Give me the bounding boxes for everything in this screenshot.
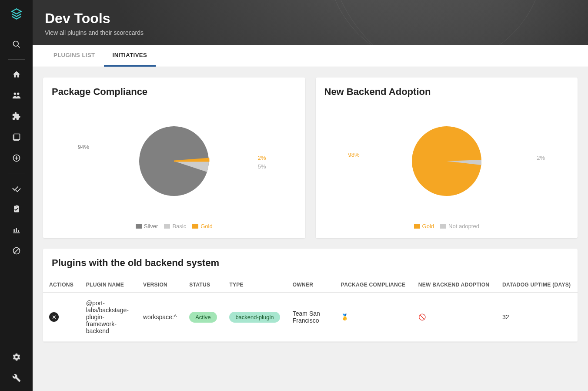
divider <box>8 59 25 60</box>
settings-icon[interactable] <box>11 352 22 362</box>
col-version[interactable]: Version <box>137 277 183 293</box>
chart-label-silver: 94% <box>78 144 89 150</box>
table-title: Plugins with the old backend system <box>43 257 578 277</box>
card-title: Package Compliance <box>52 86 297 98</box>
page-title: Dev Tools <box>45 10 576 27</box>
svg-point-3 <box>17 93 19 95</box>
chart-label-basic: 5% <box>258 163 266 170</box>
col-type[interactable]: Type <box>223 277 286 293</box>
tab-initiatives[interactable]: Initiatives <box>104 45 156 67</box>
status-badge: Active <box>189 312 217 323</box>
col-actions[interactable]: Actions <box>43 277 80 293</box>
cell-owner: Team San Francisco <box>287 293 335 342</box>
cell-plugin-name: @port-labs/backstage-plugin-framework-ba… <box>80 293 137 342</box>
svg-rect-4 <box>14 134 20 140</box>
type-badge: backend-plugin <box>229 312 280 323</box>
svg-point-2 <box>13 93 16 95</box>
cell-version: workspace:^ <box>137 293 183 342</box>
legend-item: Basic <box>164 223 186 229</box>
page-subtitle: View all plugins and their scorecards <box>45 29 576 36</box>
checkmarks-icon[interactable] <box>11 183 22 193</box>
library-icon[interactable] <box>11 132 22 142</box>
cell-new-backend-adoption: 🚫 <box>412 293 496 342</box>
tab-plugins-list[interactable]: Plugins List <box>45 45 104 67</box>
svg-rect-10 <box>18 230 19 232</box>
legend-item: Not adopted <box>440 223 479 229</box>
card-package-compliance: Package Compliance 94% 2% 5% <box>43 78 305 238</box>
svg-rect-9 <box>16 228 17 232</box>
svg-point-0 <box>13 41 18 47</box>
legend-item: Gold <box>192 223 212 229</box>
legend-item: Gold <box>414 223 434 229</box>
cell-datadog-uptime: 32 <box>496 293 578 342</box>
chart-legend: Gold Not adopted <box>324 223 569 229</box>
chart-label-gold: 2% <box>258 155 266 161</box>
chart-label-not-adopted: 2% <box>537 155 545 161</box>
add-circle-icon[interactable] <box>11 153 22 163</box>
tabs: Plugins List Initiatives <box>33 45 588 67</box>
svg-rect-8 <box>13 229 14 232</box>
clipboard-check-icon[interactable] <box>11 204 22 214</box>
col-owner[interactable]: Owner <box>287 277 335 293</box>
cell-package-compliance: 🥇 <box>335 293 412 342</box>
chart-bar-icon[interactable] <box>11 225 22 235</box>
plugins-table: Actions Plugin Name Version Status Type … <box>43 277 578 342</box>
search-icon[interactable] <box>11 39 22 50</box>
prohibited-icon: 🚫 <box>418 313 426 320</box>
legend-item: Silver <box>136 223 158 229</box>
chart-label-gold: 98% <box>348 152 360 158</box>
svg-line-1 <box>17 46 20 48</box>
table-row: ✕ @port-labs/backstage-plugin-framework-… <box>43 293 578 342</box>
extension-icon[interactable] <box>11 111 22 121</box>
col-datadog-uptime[interactable]: Datadog Uptime (Days) <box>496 277 578 293</box>
block-icon[interactable] <box>11 246 22 256</box>
row-action-close-icon[interactable]: ✕ <box>49 312 59 322</box>
svg-line-13 <box>14 248 19 253</box>
wrench-icon[interactable] <box>11 373 22 383</box>
medal-icon: 🥇 <box>341 313 348 320</box>
home-icon[interactable] <box>11 69 22 80</box>
col-package-compliance[interactable]: Package Compliance <box>335 277 412 293</box>
pie-chart-package-compliance: 94% 2% 5% <box>52 104 297 218</box>
people-icon[interactable] <box>11 90 22 101</box>
svg-rect-11 <box>13 233 20 233</box>
sidebar <box>0 0 33 391</box>
card-new-backend-adoption: New Backend Adoption 98% 2% Gold Not ado… <box>316 78 578 238</box>
content-area: Package Compliance 94% 2% 5% <box>33 67 588 391</box>
card-title: New Backend Adoption <box>324 86 569 98</box>
col-status[interactable]: Status <box>183 277 223 293</box>
pie-chart-backend-adoption: 98% 2% <box>324 104 569 218</box>
col-plugin-name[interactable]: Plugin Name <box>80 277 137 293</box>
main-content: Dev Tools View all plugins and their sco… <box>33 0 588 391</box>
app-logo[interactable] <box>10 8 23 22</box>
page-header: Dev Tools View all plugins and their sco… <box>33 0 588 45</box>
col-new-backend-adoption[interactable]: New Backend Adoption <box>412 277 496 293</box>
chart-legend: Silver Basic Gold <box>52 223 297 229</box>
card-plugins-table: Plugins with the old backend system Acti… <box>43 249 578 342</box>
divider <box>8 173 25 173</box>
